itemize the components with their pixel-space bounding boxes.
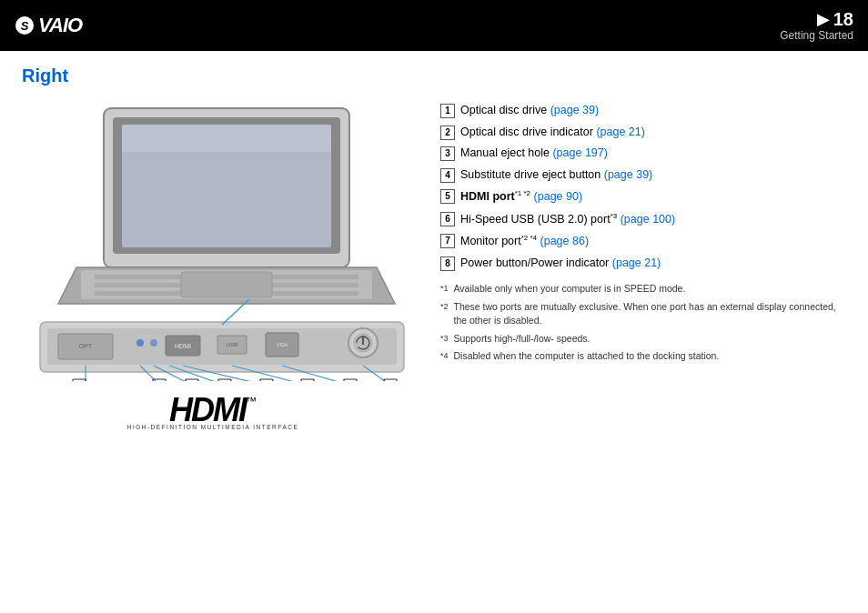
feature-text: Optical disc drive indicator (page 21): [460, 125, 645, 141]
features-container: 1Optical disc drive (page 39)2Optical di…: [440, 103, 846, 271]
feature-number: 8: [440, 256, 455, 271]
feature-number: 3: [440, 146, 455, 161]
sony-mark-icon: S: [15, 15, 35, 35]
footnote-text: Supports high-/full-/low- speeds.: [454, 332, 590, 346]
feature-link[interactable]: (page 197): [552, 146, 607, 159]
feature-link[interactable]: (page 39): [550, 104, 600, 116]
feature-link[interactable]: (page 39): [604, 168, 653, 181]
footnote-item: *2These two ports are mutually exclusive…: [440, 300, 846, 327]
footnote-number: *1: [440, 283, 449, 296]
section-heading: Right: [22, 65, 846, 86]
svg-rect-49: [384, 379, 397, 381]
svg-rect-45: [301, 379, 314, 381]
feature-number: 4: [440, 168, 455, 183]
footnote-item: *4Disabled when the computer is attached…: [440, 349, 846, 363]
main-content: Right: [0, 51, 868, 445]
footnote-text: Available only when your computer is in …: [454, 282, 686, 296]
svg-rect-43: [260, 379, 273, 381]
svg-rect-41: [218, 379, 231, 381]
footnote-text: These two ports are mutually exclusive. …: [454, 300, 846, 327]
svg-rect-39: [186, 379, 198, 381]
feature-item: 3Manual eject hole (page 197): [440, 146, 846, 162]
feature-sup: *2 *4: [521, 234, 537, 242]
feature-item: 1Optical disc drive (page 39): [440, 103, 846, 119]
svg-rect-5: [122, 125, 331, 152]
hdmi-subtitle: HIGH-DEFINITION MULTIMEDIA INTERFACE: [127, 424, 299, 430]
footnote-text: Disabled when the computer is attached t…: [454, 349, 720, 363]
feature-item: 5HDMI port*1 *2 (page 90): [440, 188, 846, 206]
svg-text:S: S: [21, 19, 29, 33]
svg-rect-35: [73, 379, 86, 381]
feature-number: 1: [440, 104, 455, 118]
svg-text:OPT: OPT: [79, 343, 93, 349]
feature-text: Monitor port*2 *4 (page 86): [460, 233, 589, 250]
footnote-number: *3: [440, 333, 449, 346]
page-number: 18: [833, 10, 853, 28]
feature-text: Power button/Power indicator (page 21): [460, 256, 661, 272]
feature-link[interactable]: (page 21): [612, 256, 661, 269]
hdmi-tm: ™: [246, 395, 257, 407]
feature-text: Optical disc drive (page 39): [460, 103, 599, 119]
feature-link[interactable]: (page 100): [621, 213, 675, 226]
feature-text: HDMI port*1 *2 (page 90): [460, 188, 582, 206]
feature-text: Substitute drive eject button (page 39): [460, 167, 652, 184]
header-right: ▶ 18 Getting Started: [780, 9, 853, 42]
feature-item: 6Hi-Speed USB (USB 2.0) port*3 (page 100…: [440, 211, 846, 228]
feature-number: 2: [440, 126, 455, 140]
feature-link[interactable]: (page 90): [534, 190, 583, 203]
feature-text: Manual eject hole (page 197): [460, 146, 608, 162]
footnote-item: *3Supports high-/full-/low- speeds.: [440, 332, 846, 346]
logo-area: S VAIO: [15, 14, 82, 37]
laptop-area: OPT HDMI USB VGA: [22, 99, 422, 430]
feature-item: 4Substitute drive eject button (page 39): [440, 167, 846, 184]
arrow-icon: ▶: [817, 9, 830, 29]
vaio-logo: VAIO: [38, 14, 82, 37]
footnote-number: *4: [440, 350, 449, 363]
svg-point-15: [136, 339, 144, 347]
footnote-item: *1Available only when your computer is i…: [440, 282, 846, 296]
svg-rect-10: [181, 272, 272, 297]
footnotes-container: *1Available only when your computer is i…: [440, 282, 846, 362]
header-section-title: Getting Started: [780, 29, 853, 42]
svg-point-16: [150, 339, 157, 347]
hdmi-logo-area: HDMI ™ HIGH-DEFINITION MULTIMEDIA INTERF…: [122, 391, 304, 430]
footnote-number: *2: [440, 301, 449, 327]
svg-rect-47: [344, 379, 357, 381]
feature-item: 2Optical disc drive indicator (page 21): [440, 125, 846, 141]
feature-link[interactable]: (page 86): [540, 235, 590, 247]
feature-sup: *3: [611, 212, 618, 220]
svg-text:VGA: VGA: [277, 342, 288, 347]
svg-text:HDMI: HDMI: [175, 343, 191, 349]
page-header: S VAIO ▶ 18 Getting Started: [0, 0, 868, 51]
feature-list: 1Optical disc drive (page 39)2Optical di…: [440, 99, 846, 430]
feature-text: Hi-Speed USB (USB 2.0) port*3 (page 100): [460, 211, 675, 228]
feature-link[interactable]: (page 21): [596, 126, 645, 138]
laptop-illustration: OPT HDMI USB VGA: [22, 99, 422, 381]
feature-number: 7: [440, 234, 455, 248]
feature-item: 8Power button/Power indicator (page 21): [440, 256, 846, 272]
feature-sup: *1 *2: [515, 189, 530, 197]
feature-number: 5: [440, 189, 455, 204]
feature-item: 7Monitor port*2 *4 (page 86): [440, 233, 846, 250]
svg-text:USB: USB: [227, 342, 237, 347]
main-row: OPT HDMI USB VGA: [22, 99, 846, 430]
feature-number: 6: [440, 212, 455, 226]
